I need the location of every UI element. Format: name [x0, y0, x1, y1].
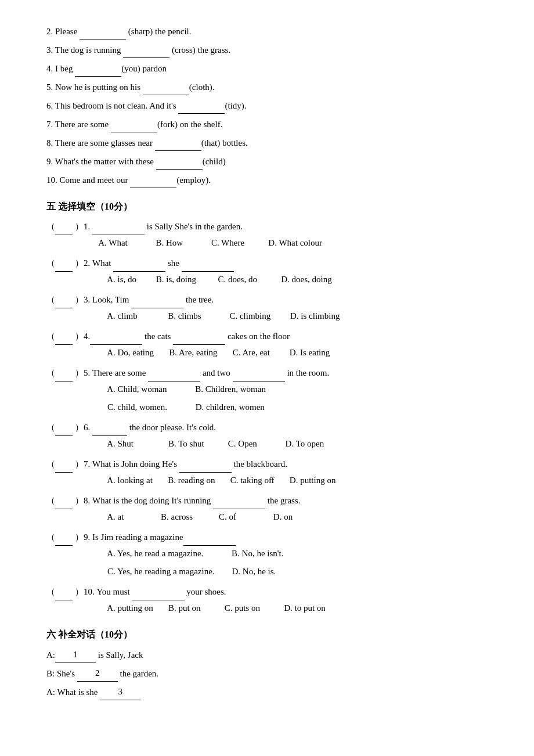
mc-q1-paren-open: （	[46, 222, 55, 231]
mc-q9-options-cd: C. Yes, he reading a magazine. D. No, he…	[81, 564, 499, 579]
q8-line: 8. There are some glasses near (that) bo…	[46, 135, 499, 151]
mc-q8: （ ）8. What is the dog doing It's running…	[46, 493, 499, 525]
mc-q3-paren-close: ）3. Look, Tim	[75, 295, 131, 304]
section5-title: 五 选择填空（10分）	[46, 199, 499, 215]
mc-q7-paren-close: ）7. What is John doing He's	[75, 459, 179, 469]
mc-q5-middle: and two	[200, 368, 232, 377]
mc-q5-paren-open: （	[46, 368, 55, 377]
mc-q2-answer	[55, 255, 73, 272]
q10-blank	[130, 172, 176, 188]
mc-q6-paren-close: ）6.	[75, 423, 92, 432]
mc-q9-answer	[55, 530, 73, 546]
mc-q4-blank2	[173, 329, 225, 345]
mc-q2-blank2	[182, 255, 234, 272]
mc-q1-answer	[55, 219, 73, 235]
q10-line: 10. Come and meet our (employ).	[46, 172, 499, 188]
mc-q7-text: the blackboard.	[232, 459, 287, 469]
mc-q3-blank	[131, 292, 183, 308]
mc-q4-blank1	[90, 329, 142, 345]
q2-blank	[80, 23, 126, 39]
mc-q7-options: A. looking at B. reading on C. taking of…	[81, 473, 499, 488]
q4-hint: (you) pardon	[121, 64, 167, 73]
q9-text: 9. What's the matter with these	[46, 157, 156, 166]
q8-blank	[155, 135, 201, 151]
mc-q6-options: A. Shut B. To shut C. Open D. To open	[81, 436, 499, 452]
mc-q8-text: the grass.	[265, 496, 300, 505]
mc-q2-paren-open: （	[46, 258, 55, 268]
mc-q8-options: A. at B. across C. of D. on	[81, 509, 499, 525]
mc-q2-middle: she	[165, 258, 182, 268]
mc-q6-paren-open: （	[46, 423, 55, 432]
q2-num: 2. Please	[46, 27, 80, 36]
mc-q3-options: A. climb B. climbs C. climbing D. is cli…	[81, 308, 499, 324]
q9-line: 9. What's the matter with these (child)	[46, 153, 499, 170]
mc-q6-answer	[55, 420, 73, 436]
q5-text: 5. Now he is putting on his	[46, 82, 143, 92]
q3-line: 3. The dog is running (cross) the grass.	[46, 42, 499, 58]
mc-q9-blank	[183, 530, 236, 546]
mc-q10-answer	[55, 584, 73, 600]
mc-q1-blank	[92, 219, 145, 235]
q6-blank	[178, 98, 225, 114]
dialog-line-a1: A: 1 is Sally, Jack	[46, 647, 499, 663]
q5-hint: (cloth).	[189, 82, 215, 92]
mc-q8-answer	[55, 493, 73, 509]
mc-q4-paren-close: ）4.	[75, 332, 90, 341]
q2-hint: (sharp) the pencil.	[126, 27, 191, 36]
mc-q7-answer	[55, 456, 73, 473]
q6-line: 6. This bedroom is not clean. And it's (…	[46, 98, 499, 114]
mc-q9: （ ）9. Is Jim reading a magazine A. Yes, …	[46, 530, 499, 579]
mc-q4-middle: the cats	[142, 332, 173, 341]
section6-title: 六 补全对话（10分）	[46, 627, 499, 643]
section6: 六 补全对话（10分） A: 1 is Sally, Jack B: She's…	[46, 627, 499, 700]
mc-q3-answer	[55, 292, 73, 308]
q6-text: 6. This bedroom is not clean. And it's	[46, 101, 178, 110]
q7-blank	[111, 116, 157, 132]
mc-q2: （ ）2. What she A. is, do B. is, doing C.…	[46, 255, 499, 287]
q8-text: 8. There are some glasses near	[46, 138, 155, 147]
q3-blank	[123, 42, 169, 58]
mc-q5-blank2	[233, 365, 285, 381]
q5-line: 5. Now he is putting on his (cloth).	[46, 79, 499, 95]
mc-q10-paren-open: （	[46, 587, 55, 596]
mc-q4-answer	[55, 329, 73, 345]
mc-q5-paren-close: ）5. There are some	[75, 368, 148, 377]
mc-q7-blank	[179, 456, 232, 473]
mc-q2-options: A. is, do B. is, doing C. does, do D. do…	[81, 272, 499, 287]
q7-text: 7. There are some	[46, 120, 111, 129]
q7-hint: (fork) on the shelf.	[157, 120, 222, 129]
fill-in-section: 2. Please (sharp) the pencil. 3. The dog…	[46, 23, 499, 188]
q4-line: 4. I beg (you) pardon	[46, 60, 499, 77]
mc-q4-text: cakes on the floor	[225, 332, 290, 341]
mc-q5-text: in the room.	[285, 368, 330, 377]
mc-q4-options: A. Do, eating B. Are, eating C. Are, eat…	[81, 345, 499, 361]
mc-q5-answer	[55, 365, 73, 381]
mc-q2-paren-close: ）2. What	[75, 258, 113, 268]
mc-q7: （ ）7. What is John doing He's the blackb…	[46, 456, 499, 488]
q9-blank	[156, 153, 203, 170]
dialog-blank-3: 3	[100, 684, 140, 700]
q10-hint: (employ).	[176, 175, 211, 185]
mc-q3: （ ）3. Look, Tim the tree. A. climb B. cl…	[46, 292, 499, 324]
mc-q1-options: A. What B. How C. Where D. What colour	[81, 235, 499, 251]
mc-q8-paren-close: ）8. What is the dog doing It's running	[75, 496, 213, 505]
mc-q4-paren-open: （	[46, 332, 55, 341]
q4-text: 4. I beg	[46, 64, 75, 73]
dialog-blank-1: 1	[55, 647, 96, 663]
dialog-line-b2: B: She's 2 the garden.	[46, 665, 499, 682]
mc-q10-blank	[132, 584, 185, 600]
mc-q1-text: is Sally She's in the garden.	[145, 222, 243, 231]
mc-q6: （ ）6. the door please. It's cold. A. Shu…	[46, 420, 499, 452]
q3-text: 3. The dog is running	[46, 45, 123, 55]
section5: 五 选择填空（10分） （ ）1. is Sally She's in the …	[46, 199, 499, 616]
mc-q1-paren-close: ）1.	[75, 222, 92, 231]
mc-q5-options-ab: A. Child, woman B. Children, woman	[81, 381, 499, 397]
mc-q5-blank1	[148, 365, 200, 381]
q7-line: 7. There are some (fork) on the shelf.	[46, 116, 499, 132]
q6-hint: (tidy).	[225, 101, 246, 110]
mc-q10-paren-close: ）10. You must	[75, 587, 132, 596]
mc-q1: （ ）1. is Sally She's in the garden. A. W…	[46, 219, 499, 251]
q5-blank	[143, 79, 189, 95]
mc-q9-paren-close: ）9. Is Jim reading a magazine	[75, 532, 183, 542]
mc-q8-blank	[213, 493, 265, 509]
